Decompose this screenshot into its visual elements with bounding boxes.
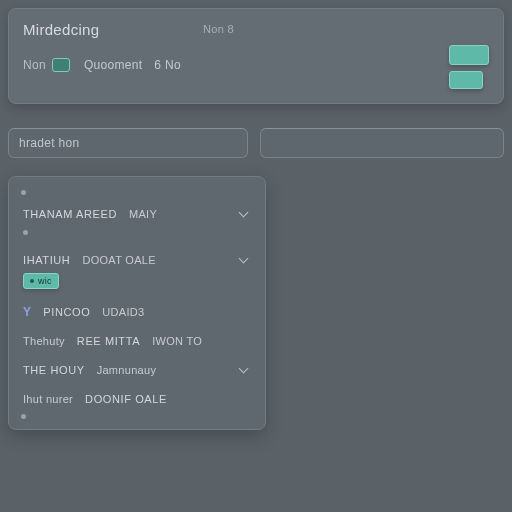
- dot-icon: [21, 414, 26, 419]
- item-secondary: REE MITTA: [77, 335, 140, 347]
- secondary-action-button[interactable]: [449, 71, 483, 89]
- item-prefix: Y: [23, 305, 31, 319]
- chevron-down-icon[interactable]: [237, 363, 251, 377]
- item-secondary: MAIY: [129, 208, 157, 220]
- item-primary: Thehuty: [23, 335, 65, 347]
- item-primary: PINCOO: [43, 306, 90, 318]
- meta-mid: Quooment: [84, 58, 142, 72]
- card-title: Mirdedcing: [23, 21, 489, 38]
- chevron-down-icon[interactable]: [237, 207, 251, 221]
- item-secondary: DOOAT OALE: [82, 254, 156, 266]
- item-secondary: Jamnunauy: [97, 364, 157, 376]
- panel-handle: [21, 187, 253, 197]
- status-chip-icon: [52, 58, 70, 72]
- meta-left: Non: [23, 58, 46, 72]
- results-panel: THANAM AREED MAIY IHATIUH DOOAT OALE wic…: [8, 176, 266, 430]
- card-meta-row: Non Quooment 6 No: [23, 58, 489, 72]
- filter-row: hradet hon: [8, 128, 504, 158]
- search-input[interactable]: hradet hon: [8, 128, 248, 158]
- card-subtitle: Non 8: [203, 23, 234, 35]
- chevron-down-icon[interactable]: [237, 253, 251, 267]
- list-item[interactable]: Thehuty REE MITTA IWON TO: [21, 325, 253, 353]
- meta-right: 6 No: [154, 58, 181, 72]
- tag-dot-icon: [30, 279, 34, 283]
- item-primary: THANAM AREED: [23, 208, 117, 220]
- list-item[interactable]: Ihut nurer DOONIF OALE: [21, 383, 253, 411]
- list-item[interactable]: IHATIUH DOOAT OALE wic: [21, 243, 253, 295]
- search-placeholder: hradet hon: [19, 136, 79, 150]
- item-secondary: DOONIF OALE: [85, 393, 167, 405]
- item-primary: IHATIUH: [23, 254, 70, 266]
- dot-icon: [21, 190, 26, 195]
- list-item[interactable]: Y PINCOO UDAID3: [21, 295, 253, 325]
- action-chips: [449, 45, 489, 89]
- item-primary: Ihut nurer: [23, 393, 73, 405]
- primary-action-button[interactable]: [449, 45, 489, 65]
- item-tag[interactable]: wic: [23, 273, 59, 289]
- tag-label: wic: [38, 276, 52, 286]
- filter-dropdown[interactable]: [260, 128, 504, 158]
- item-secondary: UDAID3: [102, 306, 144, 318]
- item-primary: THE HOUY: [23, 364, 85, 376]
- list-item[interactable]: THANAM AREED MAIY: [21, 197, 253, 243]
- list-item[interactable]: THE HOUY Jamnunauy: [21, 353, 253, 383]
- summary-card: Mirdedcing Non 8 Non Quooment 6 No: [8, 8, 504, 104]
- item-suffix: IWON TO: [152, 335, 202, 347]
- dot-icon: [23, 230, 28, 235]
